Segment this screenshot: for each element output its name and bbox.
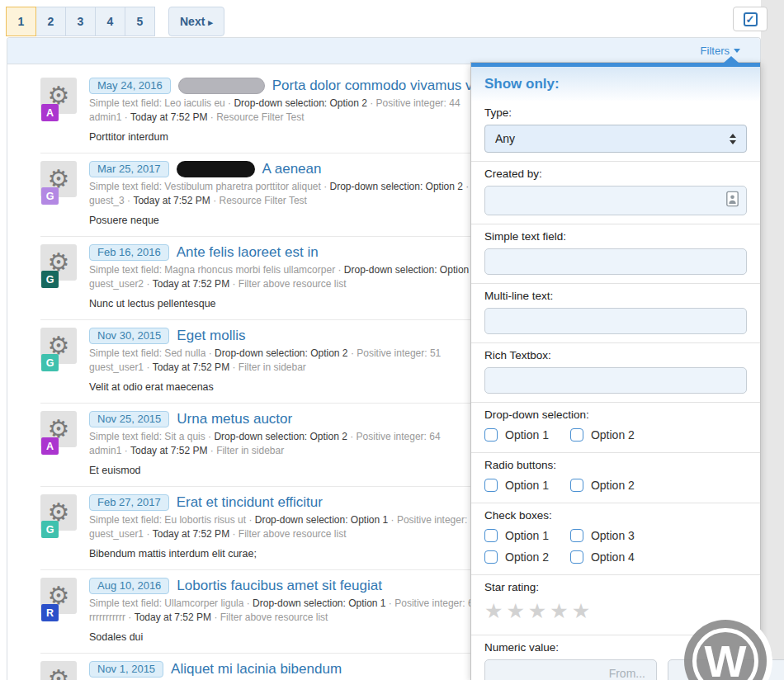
resource-settings-button[interactable]: ⚙ G <box>40 244 77 281</box>
checkbox-icon[interactable] <box>484 479 498 492</box>
resource-title-link[interactable]: A aenean <box>262 161 322 177</box>
resource-settings-button[interactable]: ⚙ A <box>40 78 77 114</box>
meta-author: guest_3 <box>89 194 125 208</box>
filter-section-dropdown: Drop-down selection: Option 1 Option 2 <box>471 402 760 452</box>
checkbox-icon[interactable] <box>570 428 583 442</box>
filters-toggle-button[interactable]: Filters <box>701 45 740 57</box>
resource-title-link[interactable]: Erat et tincidunt efficitur <box>177 494 323 511</box>
dot-separator: · <box>465 181 469 192</box>
resource-title-link[interactable]: Urna metus auctor <box>177 411 292 427</box>
checkbox-option[interactable]: Option 1 <box>484 529 549 542</box>
meta-positive-integer: Positive integer: 68 <box>394 597 479 611</box>
checkbox-icon: ✓ <box>744 12 758 26</box>
dot-separator: · <box>125 111 128 123</box>
meta-author: admin1 <box>89 444 121 458</box>
checkbox-option[interactable]: Option 2 <box>484 550 549 564</box>
dot-separator: · <box>146 528 149 540</box>
filter-section-star-rating: Star rating: ★ ★ ★ ★ ★ <box>471 574 760 635</box>
resource-title-link[interactable]: Eget mollis <box>177 328 245 344</box>
rich-text-input[interactable] <box>484 367 747 394</box>
star-icon[interactable]: ★ <box>550 601 568 621</box>
checkbox-option[interactable]: Option 3 <box>570 529 635 542</box>
star-icon[interactable]: ★ <box>484 601 503 621</box>
checkbox-icon[interactable] <box>570 550 583 564</box>
meta-author: guest_user1 <box>89 527 144 541</box>
meta-simple-text: Simple text field: Ullamcorper ligula <box>89 597 243 611</box>
meta-collection: Filter above resource list <box>239 277 347 291</box>
numeric-from-input[interactable] <box>484 659 657 680</box>
checkbox-icon[interactable] <box>484 428 498 442</box>
resource-title-link[interactable]: Lobortis faucibus amet sit feugiat <box>177 578 382 594</box>
created-by-input[interactable] <box>484 186 747 215</box>
radio-option[interactable]: Option 2 <box>570 479 635 492</box>
resource-settings-button[interactable]: ⚙ <box>40 661 77 680</box>
select-resources-button[interactable]: ✓ <box>733 7 767 31</box>
star-icon[interactable]: ★ <box>528 601 546 621</box>
meta-collection: Filter above resource list <box>220 611 328 625</box>
star-icon[interactable]: ★ <box>506 601 524 621</box>
resource-title-link[interactable]: Ante felis laoreet est in <box>177 244 319 261</box>
meta-positive-integer: Positive integer: 51 <box>357 347 441 361</box>
meta-timestamp: Today at 7:52 PM <box>130 111 207 125</box>
dropdown-option[interactable]: Option 1 <box>484 428 549 442</box>
resource-title-link[interactable]: Porta dolor commodo vivamus vitae <box>272 78 495 94</box>
meta-simple-text: Simple text field: Vestibulum pharetra p… <box>89 180 321 194</box>
meta-dropdown: Drop-down selection: Option 2 <box>214 430 347 444</box>
pagination-page-button[interactable]: 4 <box>95 7 125 36</box>
resource-type-badge: A <box>41 437 59 455</box>
dot-separator: · <box>146 361 149 373</box>
dot-separator: · <box>210 111 214 123</box>
pagination-page-button[interactable]: 5 <box>125 7 155 36</box>
numeric-label: Numeric value: <box>484 641 747 654</box>
filter-section-numeric: Numeric value: <box>471 635 760 680</box>
star-icon[interactable]: ★ <box>572 601 590 621</box>
option-label: Option 1 <box>505 529 549 542</box>
option-label: Option 2 <box>591 428 635 442</box>
resource-type-badge: G <box>41 271 59 288</box>
meta-simple-text: Simple text field: Sed nulla <box>89 347 205 361</box>
pagination-next-button[interactable]: Next ▸ <box>168 7 224 36</box>
resource-settings-button[interactable]: ⚙ G <box>40 161 77 197</box>
checkbox-option[interactable]: Option 4 <box>570 550 635 564</box>
checkbox-options: Option 1 Option 2 Option 3 Option 4 <box>484 527 747 566</box>
dropdown-option[interactable]: Option 2 <box>570 428 635 442</box>
dropdown-options: Option 1 Option 2 <box>484 427 747 444</box>
dot-separator: · <box>213 195 216 206</box>
checkbox-icon[interactable] <box>484 529 498 542</box>
checkbox-icon[interactable] <box>484 550 498 564</box>
filter-section-rich-text: Rich Textbox: <box>471 342 760 402</box>
resource-title-link[interactable]: Aliquet mi lacinia bibendum <box>171 661 342 678</box>
meta-timestamp: Today at 7:52 PM <box>153 527 229 541</box>
dot-separator: · <box>232 361 235 373</box>
resource-settings-button[interactable]: ⚙ G <box>40 494 77 531</box>
checkbox-icon[interactable] <box>570 529 583 542</box>
resource-settings-button[interactable]: ⚙ A <box>40 411 77 447</box>
numeric-to-input[interactable] <box>668 659 784 680</box>
pagination-page-button[interactable]: 1 <box>6 7 36 36</box>
dot-separator: · <box>324 181 327 192</box>
multi-line-input[interactable] <box>484 308 747 334</box>
radio-option[interactable]: Option 1 <box>484 479 549 492</box>
date-badge: Nov 25, 2015 <box>89 411 169 427</box>
type-select[interactable]: Any <box>484 125 747 153</box>
checkbox-icon[interactable] <box>570 479 583 492</box>
contact-picker-icon[interactable] <box>726 191 739 210</box>
dot-separator: · <box>370 97 373 109</box>
resource-settings-button[interactable]: ⚙ R <box>40 578 77 614</box>
meta-collection: Filter in sidebar <box>239 361 306 375</box>
resource-settings-button[interactable]: ⚙ G <box>40 328 77 364</box>
date-badge: May 24, 2016 <box>89 78 171 94</box>
filter-section-checkboxes: Check boxes: Option 1 Option 2 Option 3 <box>471 503 760 574</box>
filters-label: Filters <box>701 45 730 57</box>
date-badge: Feb 16, 2016 <box>89 244 169 261</box>
dot-separator: · <box>127 195 130 206</box>
simple-text-input[interactable] <box>484 248 747 275</box>
filter-section-multi-line: Multi-line text: <box>471 283 760 342</box>
pagination-page-button[interactable]: 2 <box>35 7 66 36</box>
page-right-gutter <box>761 0 784 680</box>
pagination: 1 2 3 4 5 <box>7 7 155 36</box>
meta-author: rrrrrrrrrrr <box>89 611 125 625</box>
pagination-page-button[interactable]: 3 <box>65 7 96 36</box>
dot-separator: · <box>232 528 235 540</box>
redacted-tag-pill <box>177 161 255 177</box>
